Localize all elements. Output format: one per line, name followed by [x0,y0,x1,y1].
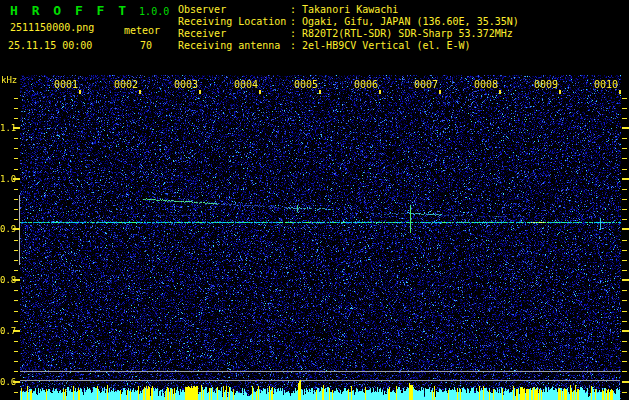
title-row: H R O F F T 1.0.0 [10,3,169,18]
freq-tick-label: 0.9 [0,224,13,234]
header-info-row: Receiving Location: Ogaki, Gifu, JAPAN (… [178,16,519,28]
station-info-block: Observer: Takanori KawachiReceiving Loca… [178,4,519,52]
y-axis-unit-label: kHz [1,75,17,85]
time-tick-label: 0001 [36,79,78,90]
freq-tick-label: 1.0 [0,174,13,184]
header-info-row: Receiver: R820T2(RTL-SDR) SDR-Sharp 53.3… [178,28,519,40]
info-value: : Takanori Kawachi [290,4,398,16]
noise-level-value: 70 [140,40,152,51]
header-info-row: Receiving antenna: 2el-HB9CV Vertical (e… [178,40,519,52]
time-tick-label: 0010 [576,79,618,90]
hrofft-window: H R O F F T 1.0.0 2511150000.png meteor … [0,0,629,400]
observation-datetime: 25.11.15 00:00 [8,40,92,51]
freq-tick-label: 0.7 [0,326,13,336]
freq-tick-label: 0.6 [0,377,13,387]
time-tick-label: 0006 [336,79,378,90]
info-value: : 2el-HB9CV Vertical (el. E-W) [290,40,471,52]
freq-tick-label: 0.8 [0,275,13,285]
info-value: : R820T2(RTL-SDR) SDR-Sharp 53.372MHz [290,28,513,40]
time-tick-label: 0007 [396,79,438,90]
time-tick-label: 0002 [96,79,138,90]
time-tick-label: 0004 [216,79,258,90]
info-value: : Ogaki, Gifu, JAPAN (136.60E, 35.35N) [290,16,519,28]
freq-tick-label: 1.1 [0,123,13,133]
app-version: 1.0.0 [139,6,169,17]
time-tick-label: 0009 [516,79,558,90]
output-filename: 2511150000.png [10,22,94,33]
app-header: H R O F F T 1.0.0 2511150000.png meteor … [0,0,629,75]
app-title: H R O F F T [10,3,129,18]
info-label: Receiving Location [178,16,290,28]
observation-mode: meteor [124,25,160,36]
info-label: Observer [178,4,290,16]
header-info-row: Observer: Takanori Kawachi [178,4,519,16]
info-label: Receiving antenna [178,40,290,52]
info-label: Receiver [178,28,290,40]
time-tick-label: 0003 [156,79,198,90]
time-tick-label: 0008 [456,79,498,90]
time-tick-label: 0005 [276,79,318,90]
